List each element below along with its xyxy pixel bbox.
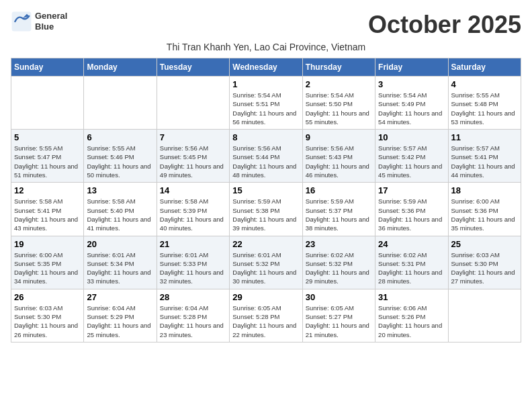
- day-number: 5: [14, 132, 81, 142]
- day-info: Sunrise: 6:02 AMSunset: 5:32 PMDaylight:…: [306, 250, 372, 286]
- day-info: Sunrise: 5:58 AMSunset: 5:41 PMDaylight:…: [14, 197, 81, 232]
- calendar-cell: 1Sunrise: 5:54 AMSunset: 5:51 PMDaylight…: [230, 77, 302, 130]
- day-number: 18: [451, 185, 518, 195]
- month-title: October 2025: [368, 11, 521, 39]
- day-number: 16: [306, 185, 372, 195]
- day-number: 15: [232, 185, 299, 195]
- day-info: Sunrise: 5:55 AMSunset: 5:46 PMDaylight:…: [87, 144, 153, 179]
- day-number: 4: [451, 79, 518, 89]
- calendar-cell: [157, 77, 229, 130]
- calendar-cell: 19Sunrise: 6:00 AMSunset: 5:35 PMDayligh…: [11, 236, 84, 289]
- subtitle: Thi Tran Khanh Yen, Lao Cai Province, Vi…: [11, 42, 521, 52]
- calendar-cell: [84, 77, 157, 130]
- day-number: 27: [87, 292, 153, 302]
- week-row-5: 26Sunrise: 6:03 AMSunset: 5:30 PMDayligh…: [11, 289, 521, 342]
- day-number: 20: [87, 239, 153, 249]
- day-number: 19: [14, 239, 81, 249]
- day-number: 13: [87, 185, 153, 195]
- calendar-cell: 6Sunrise: 5:55 AMSunset: 5:46 PMDaylight…: [84, 130, 157, 183]
- day-info: Sunrise: 5:55 AMSunset: 5:48 PMDaylight:…: [451, 91, 518, 126]
- day-info: Sunrise: 6:01 AMSunset: 5:34 PMDaylight:…: [87, 250, 153, 286]
- calendar-cell: 29Sunrise: 6:05 AMSunset: 5:28 PMDayligh…: [230, 289, 302, 342]
- calendar-cell: 7Sunrise: 5:56 AMSunset: 5:45 PMDaylight…: [157, 130, 229, 183]
- calendar-cell: 20Sunrise: 6:01 AMSunset: 5:34 PMDayligh…: [84, 236, 157, 289]
- week-row-2: 5Sunrise: 5:55 AMSunset: 5:47 PMDaylight…: [11, 130, 521, 183]
- day-number: 30: [306, 292, 372, 302]
- week-row-4: 19Sunrise: 6:00 AMSunset: 5:35 PMDayligh…: [11, 236, 521, 289]
- calendar-cell: 31Sunrise: 6:06 AMSunset: 5:26 PMDayligh…: [375, 289, 448, 342]
- logo-icon: [11, 11, 32, 32]
- day-info: Sunrise: 6:03 AMSunset: 5:30 PMDaylight:…: [451, 250, 518, 286]
- day-number: 31: [378, 292, 445, 302]
- day-info: Sunrise: 6:04 AMSunset: 5:28 PMDaylight:…: [160, 304, 226, 339]
- calendar-cell: 9Sunrise: 5:56 AMSunset: 5:43 PMDaylight…: [302, 130, 375, 183]
- calendar-cell: 13Sunrise: 5:58 AMSunset: 5:40 PMDayligh…: [84, 183, 157, 236]
- day-number: 23: [306, 239, 372, 249]
- day-number: 3: [378, 79, 445, 89]
- day-number: 17: [378, 185, 445, 195]
- week-row-1: 1Sunrise: 5:54 AMSunset: 5:51 PMDaylight…: [11, 77, 521, 130]
- calendar-cell: 2Sunrise: 5:54 AMSunset: 5:50 PMDaylight…: [302, 77, 375, 130]
- weekday-header-sunday: Sunday: [11, 58, 84, 77]
- calendar-cell: 16Sunrise: 5:59 AMSunset: 5:37 PMDayligh…: [302, 183, 375, 236]
- day-number: 9: [306, 132, 372, 142]
- day-info: Sunrise: 6:04 AMSunset: 5:29 PMDaylight:…: [87, 304, 153, 339]
- day-info: Sunrise: 6:00 AMSunset: 5:35 PMDaylight:…: [14, 250, 81, 286]
- day-info: Sunrise: 5:59 AMSunset: 5:38 PMDaylight:…: [232, 197, 299, 232]
- calendar-cell: [448, 289, 521, 342]
- day-info: Sunrise: 5:54 AMSunset: 5:51 PMDaylight:…: [232, 91, 299, 126]
- calendar-cell: 28Sunrise: 6:04 AMSunset: 5:28 PMDayligh…: [157, 289, 229, 342]
- calendar-cell: 15Sunrise: 5:59 AMSunset: 5:38 PMDayligh…: [230, 183, 302, 236]
- calendar-table: SundayMondayTuesdayWednesdayThursdayFrid…: [11, 58, 521, 342]
- day-info: Sunrise: 6:06 AMSunset: 5:26 PMDaylight:…: [378, 304, 445, 339]
- day-number: 28: [160, 292, 226, 302]
- logo: General Blue: [11, 11, 67, 32]
- day-info: Sunrise: 5:54 AMSunset: 5:49 PMDaylight:…: [378, 91, 445, 126]
- weekday-header-saturday: Saturday: [448, 58, 521, 77]
- day-info: Sunrise: 6:01 AMSunset: 5:32 PMDaylight:…: [232, 250, 299, 286]
- day-info: Sunrise: 6:01 AMSunset: 5:33 PMDaylight:…: [160, 250, 226, 286]
- header: General Blue October 2025: [11, 11, 521, 39]
- weekday-header-thursday: Thursday: [302, 58, 375, 77]
- day-info: Sunrise: 6:02 AMSunset: 5:31 PMDaylight:…: [378, 250, 445, 286]
- calendar-cell: 23Sunrise: 6:02 AMSunset: 5:32 PMDayligh…: [302, 236, 375, 289]
- weekday-header-tuesday: Tuesday: [157, 58, 229, 77]
- day-info: Sunrise: 5:56 AMSunset: 5:44 PMDaylight:…: [232, 144, 299, 179]
- weekday-header-monday: Monday: [84, 58, 157, 77]
- day-info: Sunrise: 5:57 AMSunset: 5:42 PMDaylight:…: [378, 144, 445, 179]
- day-number: 12: [14, 185, 81, 195]
- calendar-cell: 10Sunrise: 5:57 AMSunset: 5:42 PMDayligh…: [375, 130, 448, 183]
- day-info: Sunrise: 5:58 AMSunset: 5:40 PMDaylight:…: [87, 197, 153, 232]
- day-info: Sunrise: 5:57 AMSunset: 5:41 PMDaylight:…: [451, 144, 518, 179]
- calendar-cell: 24Sunrise: 6:02 AMSunset: 5:31 PMDayligh…: [375, 236, 448, 289]
- day-info: Sunrise: 6:00 AMSunset: 5:36 PMDaylight:…: [451, 197, 518, 232]
- calendar-cell: 12Sunrise: 5:58 AMSunset: 5:41 PMDayligh…: [11, 183, 84, 236]
- day-info: Sunrise: 6:03 AMSunset: 5:30 PMDaylight:…: [14, 304, 81, 339]
- day-info: Sunrise: 6:05 AMSunset: 5:27 PMDaylight:…: [306, 304, 372, 339]
- day-number: 10: [378, 132, 445, 142]
- calendar-cell: 11Sunrise: 5:57 AMSunset: 5:41 PMDayligh…: [448, 130, 521, 183]
- calendar-cell: 22Sunrise: 6:01 AMSunset: 5:32 PMDayligh…: [230, 236, 302, 289]
- day-number: 8: [232, 132, 299, 142]
- day-number: 6: [87, 132, 153, 142]
- calendar-cell: 18Sunrise: 6:00 AMSunset: 5:36 PMDayligh…: [448, 183, 521, 236]
- day-number: 26: [14, 292, 81, 302]
- day-info: Sunrise: 6:05 AMSunset: 5:28 PMDaylight:…: [232, 304, 299, 339]
- weekday-header-friday: Friday: [375, 58, 448, 77]
- calendar-cell: 17Sunrise: 5:59 AMSunset: 5:36 PMDayligh…: [375, 183, 448, 236]
- day-number: 7: [160, 132, 226, 142]
- calendar-cell: 27Sunrise: 6:04 AMSunset: 5:29 PMDayligh…: [84, 289, 157, 342]
- calendar-cell: 5Sunrise: 5:55 AMSunset: 5:47 PMDaylight…: [11, 130, 84, 183]
- day-number: 22: [232, 239, 299, 249]
- calendar-cell: 26Sunrise: 6:03 AMSunset: 5:30 PMDayligh…: [11, 289, 84, 342]
- day-number: 2: [306, 79, 372, 89]
- day-number: 25: [451, 239, 518, 249]
- day-info: Sunrise: 5:58 AMSunset: 5:39 PMDaylight:…: [160, 197, 226, 232]
- calendar-cell: 25Sunrise: 6:03 AMSunset: 5:30 PMDayligh…: [448, 236, 521, 289]
- logo-text: General Blue: [35, 11, 67, 32]
- week-row-3: 12Sunrise: 5:58 AMSunset: 5:41 PMDayligh…: [11, 183, 521, 236]
- calendar-cell: 3Sunrise: 5:54 AMSunset: 5:49 PMDaylight…: [375, 77, 448, 130]
- day-number: 29: [232, 292, 299, 302]
- calendar-cell: 8Sunrise: 5:56 AMSunset: 5:44 PMDaylight…: [230, 130, 302, 183]
- day-info: Sunrise: 5:56 AMSunset: 5:45 PMDaylight:…: [160, 144, 226, 179]
